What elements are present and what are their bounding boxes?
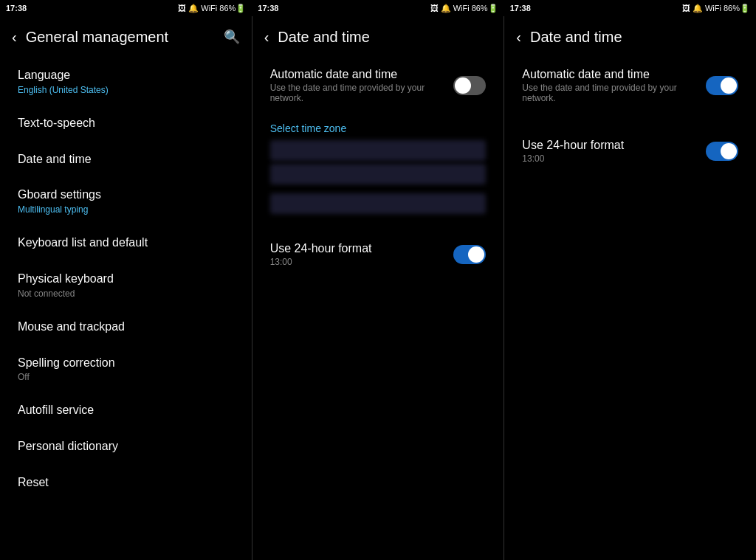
panel-general: ‹ General management 🔍 Language English … bbox=[0, 16, 252, 560]
gboard-title: Gboard settings bbox=[18, 187, 234, 203]
camera-icon: 🖼 bbox=[178, 4, 186, 13]
auto-datetime-title: Automatic date and time bbox=[270, 68, 454, 81]
back-button-general[interactable]: ‹ bbox=[12, 29, 17, 46]
datetime2-title: Date and time bbox=[530, 29, 744, 46]
general-header: ‹ General management 🔍 bbox=[0, 16, 252, 58]
menu-item-autofill[interactable]: Autofill service bbox=[6, 393, 246, 429]
24hour-row[interactable]: Use 24-hour format 13:00 bbox=[258, 232, 498, 277]
toggle-knob-24hour2 bbox=[721, 143, 737, 159]
auto-datetime2-row[interactable]: Automatic date and time Use the date and… bbox=[510, 58, 750, 114]
toggle-knob-auto-datetime bbox=[455, 77, 471, 94]
search-icon-general[interactable]: 🔍 bbox=[224, 29, 240, 45]
datetime2-header: ‹ Date and time bbox=[504, 16, 756, 58]
24hour2-text: Use 24-hour format 13:00 bbox=[522, 139, 706, 164]
camera-icon2: 🖼 bbox=[430, 4, 439, 13]
24hour-subtitle: 13:00 bbox=[270, 257, 454, 267]
timezone-section-label: Select time zone bbox=[258, 114, 498, 137]
spelling-title: Spelling correction bbox=[18, 356, 234, 371]
physical-keyboard-subtitle: Not connected bbox=[18, 288, 234, 299]
time-panel3: 17:38 bbox=[510, 4, 531, 13]
time-panel1: 17:38 bbox=[6, 4, 27, 13]
toggle-knob-24hour bbox=[468, 246, 484, 263]
menu-item-gboard[interactable]: Gboard settings Multilingual typing bbox=[6, 177, 246, 225]
general-title: General management bbox=[26, 29, 224, 46]
notification-icon: 🔔 bbox=[188, 4, 199, 13]
gboard-subtitle: Multilingual typing bbox=[18, 204, 234, 215]
auto-datetime2-toggle[interactable] bbox=[706, 76, 738, 95]
battery-icon2: 86%🔋 bbox=[472, 4, 498, 13]
mouse-title: Mouse and trackpad bbox=[18, 319, 234, 335]
notification-icon3: 🔔 bbox=[693, 4, 703, 13]
auto-datetime-subtitle: Use the date and time provided by your n… bbox=[270, 83, 454, 103]
24hour2-toggle[interactable] bbox=[706, 142, 738, 161]
auto-datetime2-subtitle: Use the date and time provided by your n… bbox=[522, 83, 706, 103]
battery-icon: 86%🔋 bbox=[219, 4, 246, 13]
datetime1-title: Date and time bbox=[278, 29, 492, 46]
auto-datetime-row[interactable]: Automatic date and time Use the date and… bbox=[258, 58, 498, 114]
back-button-datetime2[interactable]: ‹ bbox=[516, 29, 521, 46]
main-panels: ‹ General management 🔍 Language English … bbox=[0, 16, 756, 560]
keyboard-list-title: Keyboard list and default bbox=[18, 235, 234, 251]
24hour-toggle[interactable] bbox=[453, 245, 486, 264]
auto-datetime2-text: Automatic date and time Use the date and… bbox=[522, 68, 706, 103]
status-icons-panel1: 🖼 🔔 WiFi 86%🔋 bbox=[178, 4, 246, 13]
status-bar-panel1: 17:38 🖼 🔔 WiFi 86%🔋 bbox=[0, 0, 252, 16]
wifi-icon: WiFi bbox=[201, 4, 217, 13]
menu-item-mouse[interactable]: Mouse and trackpad bbox=[6, 309, 246, 345]
panel-datetime2: ‹ Date and time Automatic date and time … bbox=[504, 16, 756, 560]
datetime-title: Date and time bbox=[18, 152, 234, 167]
spelling-subtitle: Off bbox=[18, 372, 234, 382]
24hour2-title: Use 24-hour format bbox=[522, 139, 706, 152]
menu-item-spelling[interactable]: Spelling correction Off bbox=[6, 345, 246, 393]
wifi-icon3: WiFi bbox=[705, 4, 721, 13]
auto-datetime-text: Automatic date and time Use the date and… bbox=[270, 68, 454, 103]
camera-icon3: 🖼 bbox=[682, 4, 690, 13]
wifi-icon2: WiFi bbox=[453, 4, 470, 13]
24hour2-row[interactable]: Use 24-hour format 13:00 bbox=[510, 128, 750, 174]
menu-item-reset[interactable]: Reset bbox=[6, 465, 246, 501]
language-title: Language bbox=[18, 68, 234, 83]
status-bar-panel2: 17:38 🖼 🔔 WiFi 86%🔋 bbox=[252, 0, 504, 16]
physical-keyboard-title: Physical keyboard bbox=[18, 272, 234, 287]
status-icons-panel3: 🖼 🔔 WiFi 86%🔋 bbox=[682, 4, 750, 13]
status-icons-panel2: 🖼 🔔 WiFi 86%🔋 bbox=[430, 4, 498, 13]
menu-item-personal-dict[interactable]: Personal dictionary bbox=[6, 429, 246, 465]
notification-icon2: 🔔 bbox=[441, 4, 451, 13]
24hour2-subtitle: 13:00 bbox=[522, 153, 706, 164]
toggle-knob-auto-datetime2 bbox=[721, 77, 737, 94]
battery-icon3: 86%🔋 bbox=[724, 4, 750, 13]
menu-item-keyboard-list[interactable]: Keyboard list and default bbox=[6, 225, 246, 261]
datetime2-content: Automatic date and time Use the date and… bbox=[504, 58, 756, 560]
autofill-title: Autofill service bbox=[18, 403, 234, 418]
menu-item-physical-keyboard[interactable]: Physical keyboard Not connected bbox=[6, 261, 246, 309]
panel-datetime1: ‹ Date and time Automatic date and time … bbox=[252, 16, 504, 560]
auto-datetime-toggle[interactable] bbox=[453, 76, 486, 95]
datetime1-content: Automatic date and time Use the date and… bbox=[252, 58, 504, 560]
24hour-title: Use 24-hour format bbox=[270, 242, 454, 255]
datetime1-header: ‹ Date and time bbox=[252, 16, 504, 58]
24hour-text: Use 24-hour format 13:00 bbox=[270, 242, 454, 267]
general-content: Language English (United States) Text-to… bbox=[0, 58, 252, 560]
personal-dict-title: Personal dictionary bbox=[18, 439, 234, 454]
language-subtitle: English (United States) bbox=[18, 85, 234, 95]
auto-datetime2-title: Automatic date and time bbox=[522, 68, 706, 81]
status-bar-panel3: 17:38 🖼 🔔 WiFi 86%🔋 bbox=[504, 0, 756, 16]
blurred-timezone-2 bbox=[270, 164, 487, 184]
time-panel2: 17:38 bbox=[258, 4, 278, 13]
status-bars: 17:38 🖼 🔔 WiFi 86%🔋 17:38 🖼 🔔 WiFi 86%🔋 … bbox=[0, 0, 756, 16]
reset-title: Reset bbox=[18, 475, 234, 491]
blurred-timezone-3 bbox=[270, 193, 487, 214]
menu-item-language[interactable]: Language English (United States) bbox=[6, 58, 246, 106]
tts-title: Text-to-speech bbox=[18, 116, 234, 131]
blurred-timezone-1 bbox=[270, 140, 487, 161]
back-button-datetime1[interactable]: ‹ bbox=[264, 29, 269, 46]
menu-item-datetime[interactable]: Date and time bbox=[6, 142, 246, 178]
menu-item-tts[interactable]: Text-to-speech bbox=[6, 106, 246, 142]
